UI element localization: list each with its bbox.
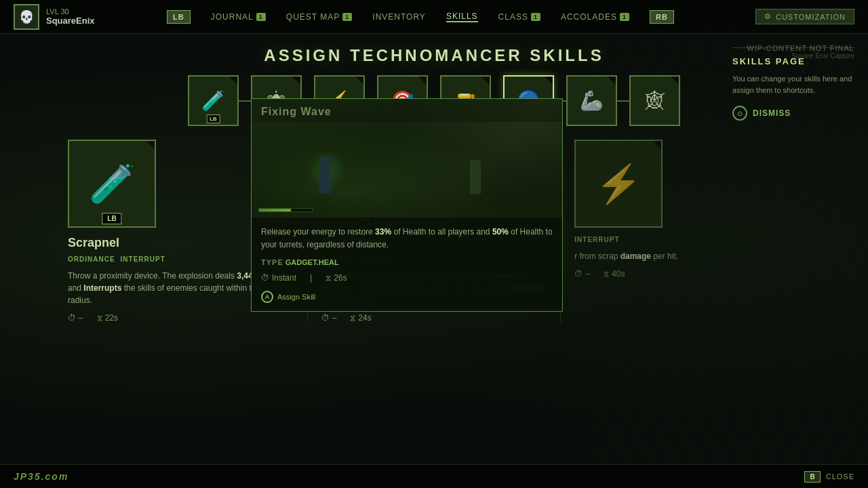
skill-card-third: ⚡ INTERRUPT r from scrap damage per hit.… [561, 140, 814, 323]
site-logo: JP35.com [14, 471, 68, 482]
third-cast-value: 40s [612, 269, 625, 279]
tooltip-content: Release your energy to restore 33% of He… [252, 218, 562, 311]
tooltip-description: Release your energy to restore 33% of He… [261, 226, 553, 251]
close-label: CLOSE [826, 472, 854, 481]
scrapnel-large-icon[interactable]: 🧪 LB [68, 140, 156, 228]
tooltip-type-line: TYPE GADGET.HEAL [261, 258, 553, 266]
scrapnel-badge: LB [206, 115, 220, 123]
tooltip-overlay: Fixing Wave Release your energy to resto… [251, 98, 563, 312]
scene-figure-1 [319, 157, 332, 194]
hp-fill [259, 209, 291, 211]
chain-skill-spider2[interactable]: 🕸 [629, 75, 680, 126]
cryo-cast-icon: ⧖ [350, 313, 355, 323]
scrapnel-skill-icon: 🧪 [89, 162, 136, 206]
third-cooldown-icon: ⏱ [574, 269, 583, 279]
dismiss-icon: ⊙ [732, 106, 747, 121]
third-skill-stats: ⏱ – ⧖ 40s [574, 269, 800, 279]
skills-page-title: SKILLS PAGE [732, 56, 854, 66]
third-cast: ⧖ 40s [604, 269, 625, 279]
scene-figure-2 [470, 160, 481, 194]
scrapnel-large-badge: LB [102, 211, 121, 224]
dismiss-label: DISMISS [753, 108, 791, 118]
tooltip-image: Fixing Wave [252, 99, 562, 218]
chain-skill-scrapnel[interactable]: 🧪 LB [188, 75, 239, 126]
tooltip-stats: ⏱ Instant | ⧖ 26s [261, 273, 553, 283]
third-skill-icon: ⚡ [595, 162, 642, 206]
assign-skill-button[interactable]: A Assign Skill [261, 291, 315, 303]
tooltip-stat-divider: | [310, 273, 312, 283]
skills-sidebar: SKILLS PAGE You can change your skills h… [719, 34, 868, 134]
assign-label: Assign Skill [277, 293, 315, 301]
chain-skill-mech[interactable]: 🦾 [566, 75, 617, 126]
cryo-turret-stats: ⏱ – ⧖ 24s [321, 313, 547, 323]
cooldown-icon: ⏱ [68, 313, 76, 323]
third-cooldown: ⏱ – [574, 269, 590, 279]
scrapnel-lb-badge: LB [102, 213, 121, 224]
third-skill-large-icon[interactable]: ⚡ [574, 140, 663, 228]
cast-value: 22s [105, 313, 118, 323]
close-button[interactable]: B CLOSE [804, 471, 854, 483]
main-content: 💀 LVL 30 SquareEnix LB JOURNAL 1 QUEST M… [0, 0, 868, 488]
third-skill-tags: INTERRUPT [574, 236, 800, 243]
cryo-cast-value: 24s [358, 313, 371, 323]
tooltip-cast-time: ⧖ 26s [326, 273, 347, 283]
scrapnel-chain-icon: 🧪 [201, 89, 225, 112]
tooltip-type-label: TYPE [261, 258, 283, 266]
tooltip-cast-time-value: 26s [334, 273, 347, 283]
cryo-cooldown-value: – [332, 313, 337, 323]
tooltip-clock-icon: ⏱ [261, 273, 269, 283]
close-key: B [804, 471, 820, 483]
tooltip-type-value: GADGET.HEAL [285, 258, 339, 266]
bottom-bar: JP35.com B CLOSE [0, 464, 868, 488]
tooltip-actions: A Assign Skill [261, 291, 553, 303]
scrapnel-stats: ⏱ – ⧖ 22s [68, 313, 294, 323]
cryo-turret-cooldown: ⏱ – [321, 313, 337, 323]
spider2-chain-icon: 🕸 [646, 89, 665, 112]
cooldown-value: – [79, 313, 83, 323]
cryo-cooldown-icon: ⏱ [321, 313, 330, 323]
assign-key: A [261, 291, 273, 303]
scrapnel-tag-2: INTERRUPT [121, 256, 165, 263]
scrapnel-cooldown: ⏱ – [68, 313, 83, 323]
cryo-turret-cast: ⧖ 24s [350, 313, 371, 323]
hp-bar [258, 208, 313, 212]
scene-ground [252, 190, 562, 218]
tooltip-cast-icon: ⧖ [326, 273, 331, 283]
cast-icon: ⧖ [97, 313, 102, 323]
dismiss-button[interactable]: ⊙ DISMISS [732, 106, 854, 121]
tooltip-cast-type-value: Instant [272, 273, 296, 283]
third-cast-icon: ⧖ [604, 269, 609, 279]
third-skill-desc: r from scrap damage per hit. [574, 250, 800, 262]
skills-page-description: You can change your skills here and assi… [732, 73, 854, 96]
lb-badge: LB [206, 115, 220, 123]
third-tag-1: INTERRUPT [574, 236, 619, 243]
scrapnel-tag-1: ORDINANCE [68, 256, 115, 263]
third-cooldown-value: – [585, 269, 590, 279]
tooltip-cast-type: ⏱ Instant [261, 273, 296, 283]
mech-chain-icon: 🦾 [580, 89, 604, 112]
scrapnel-cast: ⧖ 22s [97, 313, 118, 323]
